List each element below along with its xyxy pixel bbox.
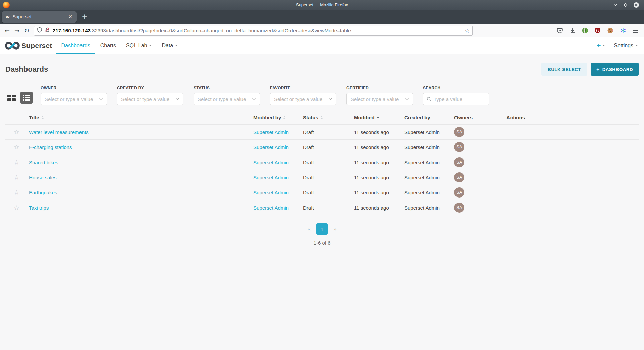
nav-item-dashboards[interactable]: Dashboards [56, 37, 95, 54]
filter-label-status: STATUS [194, 86, 260, 90]
new-item-menu-button[interactable]: + [597, 42, 605, 49]
select-placeholder: Select or type a value [351, 96, 405, 102]
downloads-icon[interactable] [570, 28, 576, 34]
tracking-shield-icon[interactable] [37, 27, 42, 34]
pagination-next-button[interactable]: » [333, 226, 337, 232]
modified-by-link[interactable]: Superset Admin [253, 190, 289, 195]
window-minimize-icon[interactable] [613, 3, 618, 7]
pagination-summary: 1-6 of 6 [5, 240, 639, 246]
owner-avatar[interactable]: SA [454, 157, 464, 167]
nav-item-charts[interactable]: Charts [95, 37, 121, 54]
filter-bar: OWNER Select or type a value CREATED BY … [5, 86, 639, 105]
cookie-autodelete-icon[interactable] [607, 27, 613, 34]
privacy-badger-icon[interactable] [582, 27, 588, 34]
table-row: ☆ E-charging stations Superset Admin Dra… [5, 140, 639, 155]
dashboard-title-link[interactable]: House sales [29, 175, 57, 180]
modified-by-link[interactable]: Superset Admin [253, 175, 289, 180]
settings-menu-button[interactable]: Settings [614, 43, 638, 49]
owner-avatar[interactable]: SA [454, 172, 464, 182]
favorite-star-icon[interactable]: ☆ [14, 143, 19, 151]
favorite-star-icon[interactable]: ☆ [14, 189, 19, 196]
chevron-down-icon [175, 45, 178, 46]
bookmark-star-icon[interactable]: ☆ [465, 27, 470, 34]
favorite-star-icon[interactable]: ☆ [14, 174, 19, 181]
column-header-modified-by[interactable]: Modified by [253, 115, 303, 120]
chevron-down-icon [252, 98, 256, 100]
url-text[interactable]: 217.160.120.143:32393/dashboard/list/?pa… [53, 28, 351, 33]
favorite-filter-select[interactable]: Select or type a value [270, 93, 336, 105]
new-dashboard-button[interactable]: + DASHBOARD [591, 63, 639, 76]
new-tab-button[interactable]: + [82, 13, 88, 20]
ublock-origin-icon[interactable] [595, 27, 601, 34]
card-view-toggle[interactable] [5, 92, 17, 104]
dashboard-title-link[interactable]: Taxi trips [29, 205, 49, 211]
created-by-cell: Superset Admin [404, 129, 454, 135]
status-cell: Draft [303, 205, 354, 211]
containers-icon[interactable] [620, 27, 626, 34]
search-input[interactable] [434, 96, 484, 102]
column-label: Title [29, 115, 39, 120]
created-by-cell: Superset Admin [404, 144, 454, 150]
sort-desc-icon [377, 117, 379, 118]
menu-hamburger-icon[interactable] [633, 28, 639, 33]
list-view-icon [23, 95, 30, 101]
column-header-actions: Actions [506, 115, 639, 120]
forward-icon[interactable]: → [14, 27, 19, 34]
modified-cell: 11 seconds ago [354, 129, 404, 135]
modified-cell: 11 seconds ago [354, 144, 404, 150]
column-header-modified[interactable]: Modified [354, 115, 404, 120]
owner-avatar[interactable]: SA [454, 203, 464, 213]
reload-icon[interactable]: ↻ [24, 27, 29, 34]
back-icon[interactable]: ← [5, 27, 10, 34]
favorite-star-icon[interactable]: ☆ [14, 204, 19, 211]
dashboard-title-link[interactable]: Earthquakes [29, 190, 57, 195]
column-header-status[interactable]: Status [303, 115, 354, 120]
tab-close-icon[interactable]: × [66, 14, 74, 20]
column-header-title[interactable]: Title [29, 115, 253, 120]
sort-icon [320, 116, 323, 119]
modified-cell: 11 seconds ago [354, 190, 404, 195]
pocket-icon[interactable] [557, 27, 563, 34]
status-cell: Draft [303, 190, 354, 195]
nav-item-data[interactable]: Data [157, 37, 183, 54]
modified-by-link[interactable]: Superset Admin [253, 144, 289, 150]
modified-cell: 11 seconds ago [354, 205, 404, 211]
pagination-prev-button[interactable]: « [307, 226, 311, 232]
nav-item-sql-lab[interactable]: SQL Lab [121, 37, 157, 54]
window-close-icon[interactable] [633, 2, 639, 8]
owner-avatar[interactable]: SA [454, 187, 464, 198]
pagination-page-1[interactable]: 1 [316, 223, 328, 235]
nav-label: Data [162, 43, 173, 49]
settings-label: Settings [614, 43, 633, 49]
bulk-select-button[interactable]: BULK SELECT [541, 63, 587, 76]
modified-by-link[interactable]: Superset Admin [253, 160, 289, 165]
insecure-lock-icon[interactable] [45, 27, 50, 34]
dashboard-title-link[interactable]: E-charging stations [29, 144, 72, 150]
superset-logo[interactable]: Superset [0, 37, 52, 54]
owner-avatar[interactable]: SA [454, 127, 464, 137]
certified-filter-select[interactable]: Select or type a value [346, 93, 413, 105]
favorite-star-icon[interactable]: ☆ [14, 159, 19, 166]
url-bar[interactable]: 217.160.120.143:32393/dashboard/list/?pa… [34, 26, 473, 36]
status-filter-select[interactable]: Select or type a value [194, 93, 260, 105]
modified-by-link[interactable]: Superset Admin [253, 205, 289, 211]
dashboard-title-link[interactable]: Water level measurements [29, 129, 89, 135]
table-row: ☆ Shared bikes Superset Admin Draft 11 s… [5, 155, 639, 170]
select-placeholder: Select or type a value [274, 96, 328, 102]
column-header-created-by: Created by [404, 115, 454, 120]
filter-label-certified: CERTIFIED [346, 86, 413, 90]
select-placeholder: Select or type a value [198, 96, 252, 102]
favorite-star-icon[interactable]: ☆ [14, 128, 19, 136]
owner-avatar[interactable]: SA [454, 142, 464, 152]
dashboard-title-link[interactable]: Shared bikes [29, 160, 58, 165]
table-row: ☆ Earthquakes Superset Admin Draft 11 se… [5, 185, 639, 200]
chevron-down-icon [175, 98, 179, 100]
search-box [423, 93, 489, 105]
created-by-filter-select[interactable]: Select or type a value [117, 93, 183, 105]
modified-by-link[interactable]: Superset Admin [253, 129, 289, 135]
window-maximize-icon[interactable] [623, 3, 628, 7]
browser-tab-superset[interactable]: ∞ Superset × [2, 11, 77, 23]
list-view-toggle[interactable] [20, 92, 33, 104]
owner-filter-select[interactable]: Select or type a value [41, 93, 107, 105]
status-cell: Draft [303, 175, 354, 180]
